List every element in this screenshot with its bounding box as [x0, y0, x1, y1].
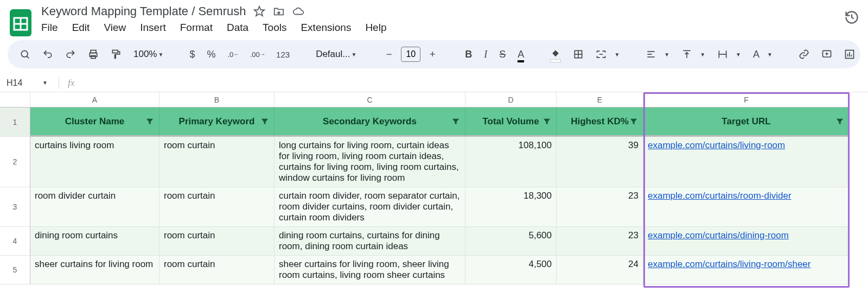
cell-cluster[interactable]: room divider curtain [30, 187, 159, 227]
header-cell-url[interactable]: Target URL [643, 107, 850, 137]
cell-primary[interactable]: room curtain [159, 227, 275, 256]
merge-cells-icon[interactable] [596, 48, 607, 61]
doc-title[interactable]: Keyword Mapping Template / Semrush [41, 4, 246, 18]
cloud-status-icon[interactable] [292, 5, 304, 17]
col-header-A[interactable]: A [30, 92, 159, 107]
sheets-app-icon[interactable] [9, 8, 33, 38]
cell-secondary[interactable]: long curtains for living room, curtain i… [275, 137, 465, 187]
cell-kd[interactable]: 23 [557, 227, 643, 256]
select-all-corner[interactable] [0, 92, 30, 107]
fx-icon: fx [63, 78, 79, 88]
col-header-B[interactable]: B [159, 92, 275, 107]
cell-url[interactable]: example.com/curtains/living-room [643, 137, 850, 187]
col-header-C[interactable]: C [275, 92, 465, 107]
currency-icon[interactable]: $ [189, 48, 195, 61]
cell-secondary[interactable]: dining room curtains, curtains for dinin… [275, 227, 465, 256]
zoom-dropdown[interactable]: 100%▼ [133, 49, 163, 60]
target-url-link[interactable]: example.com/curtains/living-room/sheer [648, 259, 810, 269]
header-cell-volume[interactable]: Total Volume [465, 107, 557, 137]
italic-icon[interactable]: I [484, 48, 487, 61]
fill-color-icon[interactable] [550, 48, 561, 61]
increase-decimal-icon[interactable]: .00→ [251, 48, 264, 61]
menu-view[interactable]: View [104, 22, 126, 34]
number-format-123[interactable]: 123 [276, 48, 290, 61]
cell-kd[interactable]: 39 [557, 137, 643, 187]
star-icon[interactable] [253, 5, 265, 17]
cell-volume[interactable]: 4,500 [465, 256, 557, 284]
menu-file[interactable]: File [41, 22, 58, 34]
col-header-D[interactable]: D [465, 92, 557, 107]
version-history-icon[interactable] [844, 10, 859, 25]
row-header-1[interactable]: 1 [0, 107, 30, 137]
menu-data[interactable]: Data [227, 22, 248, 34]
redo-icon[interactable] [65, 48, 76, 61]
menu-tools[interactable]: Tools [263, 22, 286, 34]
decrease-decimal-icon[interactable]: .0← [227, 48, 239, 61]
row-header[interactable]: 2 [0, 137, 30, 187]
chevron-down-icon: ▼ [42, 80, 48, 86]
insert-comment-icon[interactable] [821, 48, 832, 61]
cell-volume[interactable]: 108,100 [465, 137, 557, 187]
row-header[interactable]: 5 [0, 256, 30, 284]
cell-cluster[interactable]: curtains living room [30, 137, 159, 187]
formula-bar-input[interactable] [79, 74, 868, 92]
cell-primary[interactable]: room curtain [159, 256, 275, 284]
cell-kd[interactable]: 23 [557, 187, 643, 227]
cell-cluster[interactable]: dining room curtains [30, 227, 159, 256]
menu-edit[interactable]: Edit [72, 22, 90, 34]
insert-chart-icon[interactable] [844, 48, 855, 61]
cell-primary[interactable]: room curtain [159, 137, 275, 187]
menu-help[interactable]: Help [365, 22, 386, 34]
text-color-icon[interactable]: A [518, 48, 524, 61]
col-header-E[interactable]: E [557, 92, 643, 107]
cell-cluster[interactable]: sheer curtains for living room [30, 256, 159, 284]
menu-insert[interactable]: Insert [140, 22, 166, 34]
fontsize-input[interactable] [401, 47, 420, 62]
header-cell-secondary[interactable]: Secondary Keywords [275, 107, 465, 137]
target-url-link[interactable]: example.com/curtains/dining-room [648, 230, 789, 240]
header-cell-cluster[interactable]: Cluster Name [30, 107, 159, 137]
vertical-align-icon[interactable] [681, 48, 692, 61]
filter-toggle-icon[interactable] [260, 117, 270, 126]
percent-icon[interactable]: % [207, 48, 215, 61]
cell-url[interactable]: example.com/curtains/dining-room [643, 227, 850, 256]
cell-secondary[interactable]: curtain room divider, room separator cur… [275, 187, 465, 227]
text-rotation-icon[interactable]: A [753, 48, 760, 61]
row-header[interactable]: 4 [0, 227, 30, 256]
cell-volume[interactable]: 5,600 [465, 227, 557, 256]
search-icon[interactable] [20, 48, 30, 61]
cell-volume[interactable]: 18,300 [465, 187, 557, 227]
cell-secondary[interactable]: sheer curtains for living room, sheer li… [275, 256, 465, 284]
filter-toggle-icon[interactable] [542, 117, 552, 126]
filter-toggle-icon[interactable] [145, 117, 155, 126]
undo-icon[interactable] [42, 48, 53, 61]
strikethrough-icon[interactable]: S [499, 48, 506, 61]
horizontal-align-icon[interactable] [646, 48, 656, 61]
cell-primary[interactable]: room curtain [159, 187, 275, 227]
target-url-link[interactable]: example.com/curtains/room-divider [648, 191, 792, 201]
name-box[interactable]: H14 ▼ [0, 78, 54, 88]
paint-format-icon[interactable] [111, 48, 122, 61]
filter-toggle-icon[interactable] [835, 117, 845, 126]
cell-url[interactable]: example.com/curtains/room-divider [643, 187, 850, 227]
cell-kd[interactable]: 24 [557, 256, 643, 284]
cell-url[interactable]: example.com/curtains/living-room/sheer [643, 256, 850, 284]
row-header[interactable]: 3 [0, 187, 30, 227]
menu-format[interactable]: Format [180, 22, 213, 34]
font-family-dropdown[interactable]: Defaul...▼ [316, 49, 356, 60]
menu-extensions[interactable]: Extensions [301, 22, 351, 34]
target-url-link[interactable]: example.com/curtains/living-room [648, 140, 785, 150]
filter-toggle-icon[interactable] [451, 117, 461, 126]
print-icon[interactable] [88, 48, 99, 61]
insert-link-icon[interactable] [799, 48, 809, 61]
move-folder-icon[interactable] [273, 5, 285, 17]
filter-toggle-icon[interactable] [629, 117, 639, 126]
col-header-F[interactable]: F [643, 92, 850, 107]
header-cell-primary[interactable]: Primary Keyword [159, 107, 275, 137]
text-wrap-icon[interactable] [717, 48, 728, 61]
header-cell-kd[interactable]: Highest KD% [557, 107, 643, 137]
borders-icon[interactable] [573, 48, 584, 61]
increase-fontsize-icon[interactable]: + [426, 48, 439, 61]
bold-icon[interactable]: B [465, 48, 472, 61]
decrease-fontsize-icon[interactable]: − [382, 48, 395, 61]
